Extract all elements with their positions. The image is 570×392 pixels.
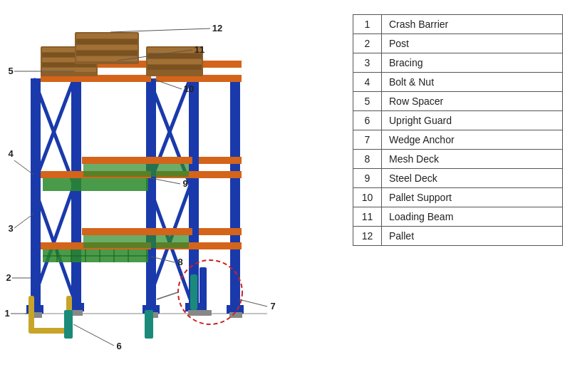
component-name: Row Spacer — [382, 92, 563, 111]
component-name: Steel Deck — [382, 169, 563, 188]
svg-rect-29 — [83, 235, 189, 248]
row-number: 10 — [353, 188, 382, 207]
table-row: 9Steel Deck — [353, 169, 563, 188]
svg-line-77 — [14, 160, 33, 175]
label-8: 8 — [177, 257, 182, 267]
table-row: 11Loading Beam — [353, 207, 563, 227]
label-9: 9 — [182, 178, 187, 189]
svg-rect-46 — [76, 45, 138, 50]
label-5: 5 — [8, 66, 13, 76]
table-row: 4Bolt & Nut — [353, 73, 563, 92]
svg-line-76 — [14, 214, 33, 228]
component-name: Pallet Support — [382, 188, 563, 207]
svg-rect-71 — [196, 310, 212, 316]
table-row: 2Post — [353, 34, 563, 53]
svg-rect-23 — [199, 157, 242, 164]
svg-rect-17 — [82, 157, 192, 164]
row-number: 12 — [353, 227, 382, 246]
row-number: 1 — [353, 15, 382, 34]
row-number: 9 — [353, 169, 382, 188]
row-number: 2 — [353, 34, 382, 53]
component-name: Mesh Deck — [382, 150, 563, 169]
svg-rect-67 — [64, 310, 73, 339]
svg-rect-25 — [199, 228, 242, 235]
label-12: 12 — [212, 23, 222, 33]
component-name: Loading Beam — [382, 207, 563, 227]
label-10: 10 — [184, 83, 194, 94]
component-name: Wedge Anchor — [382, 130, 563, 150]
svg-rect-21 — [199, 61, 242, 68]
row-number: 4 — [353, 73, 382, 92]
svg-rect-50 — [147, 48, 202, 53]
table-row: 1Crash Barrier — [353, 15, 563, 34]
table-row: 6Upright Guard — [353, 111, 563, 130]
svg-rect-26 — [43, 178, 148, 191]
table-row: 7Wedge Anchor — [353, 130, 563, 150]
row-number: 3 — [353, 53, 382, 73]
component-name: Pallet — [382, 227, 563, 246]
row-number: 11 — [353, 207, 382, 227]
table-row: 5Row Spacer — [353, 92, 563, 111]
label-3: 3 — [8, 223, 13, 234]
svg-rect-44 — [76, 33, 138, 38]
table-row: 8Mesh Deck — [353, 150, 563, 169]
row-number: 5 — [353, 92, 382, 111]
svg-line-79 — [73, 324, 114, 346]
svg-rect-68 — [145, 310, 153, 339]
label-6: 6 — [116, 341, 121, 351]
label-2: 2 — [6, 272, 11, 283]
row-number: 8 — [353, 150, 382, 169]
main-container: 1 2 3 4 5 6 7 8 9 — [0, 0, 570, 392]
table-row: 10Pallet Support — [353, 188, 563, 207]
component-name: Bolt & Nut — [382, 73, 563, 92]
component-name: Bracing — [382, 53, 563, 73]
label-4: 4 — [8, 148, 14, 159]
label-1: 1 — [4, 308, 9, 319]
svg-line-85 — [110, 29, 210, 32]
row-number: 6 — [353, 111, 382, 130]
component-table-section: 1Crash Barrier2Post3Bracing4Bolt & Nut5R… — [353, 14, 563, 378]
label-11: 11 — [195, 44, 204, 55]
svg-rect-45 — [76, 39, 138, 44]
label-7: 7 — [270, 301, 275, 311]
component-name: Upright Guard — [382, 111, 563, 130]
svg-rect-53 — [147, 65, 202, 70]
component-name: Post — [382, 34, 563, 53]
svg-line-73 — [157, 292, 178, 299]
table-row: 12Pallet — [353, 227, 563, 246]
svg-rect-70 — [200, 267, 207, 314]
svg-rect-64 — [28, 296, 34, 331]
svg-rect-52 — [147, 59, 202, 64]
component-table: 1Crash Barrier2Post3Bracing4Bolt & Nut5R… — [353, 14, 563, 246]
row-number: 7 — [353, 130, 382, 150]
svg-rect-51 — [147, 53, 202, 58]
diagram-section: 1 2 3 4 5 6 7 8 9 — [4, 7, 338, 385]
svg-rect-63 — [229, 312, 242, 318]
component-name: Crash Barrier — [382, 15, 563, 34]
svg-rect-72 — [190, 274, 197, 310]
svg-rect-47 — [76, 51, 138, 56]
table-row: 3Bracing — [353, 53, 563, 73]
svg-rect-19 — [82, 228, 192, 235]
svg-rect-27 — [83, 164, 189, 177]
